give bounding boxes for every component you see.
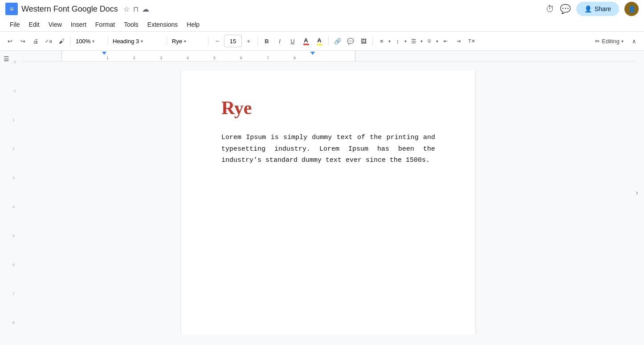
text-format-group: B I U (261, 35, 299, 47)
right-collapse-arrow[interactable]: › (636, 189, 638, 196)
align-group: ≡ ▾ (375, 35, 391, 47)
increase-font-size-button[interactable]: + (242, 35, 255, 47)
menu-help[interactable]: Help (182, 19, 204, 30)
avatar[interactable]: 👤 (624, 2, 639, 16)
ruler-right-tab-marker (310, 52, 315, 55)
font-value: Rye (172, 38, 182, 45)
side-ruler: -2 -1 1 2 3 4 5 6 7 8 (12, 51, 21, 334)
decrease-font-size-button[interactable]: − (211, 35, 224, 47)
menu-bar: File Edit View Insert Format Tools Exten… (0, 18, 644, 31)
chat-icon[interactable]: 💬 (560, 4, 571, 14)
menu-edit[interactable]: Edit (24, 19, 44, 30)
divider-5 (257, 37, 258, 45)
pencil-icon: ✏ (595, 38, 600, 45)
paragraph-style-value: Heading 3 (113, 38, 139, 45)
editing-chevron: ▾ (621, 39, 624, 44)
highlight-color-indicator: A (317, 37, 322, 45)
ruler-num-8: 8 (293, 56, 296, 60)
divider-3 (167, 37, 167, 45)
redo-button[interactable]: ↪ (16, 35, 29, 47)
increase-indent-button[interactable]: ⇥ (452, 35, 465, 47)
paint-format-button[interactable]: 🖌 (55, 35, 68, 47)
italic-button[interactable]: I (273, 35, 286, 47)
bullet-chevron[interactable]: ▾ (420, 39, 423, 44)
bold-button[interactable]: B (261, 35, 273, 47)
line-spacing-button[interactable]: ↕ (391, 35, 404, 47)
numbered-list-button[interactable]: ① (423, 35, 436, 47)
numbered-chevron[interactable]: ▾ (436, 39, 438, 44)
right-panel: › (635, 51, 644, 334)
align-button[interactable]: ≡ (375, 35, 388, 47)
ruler-mark-7: 7 (12, 292, 20, 320)
editing-mode-button[interactable]: ✏ Editing ▾ (591, 36, 627, 46)
outline-icon[interactable]: ☰ (4, 55, 9, 62)
font-select[interactable]: Rye ▾ (170, 34, 205, 48)
divider-6 (328, 37, 329, 45)
star-icon[interactable]: ☆ (123, 5, 130, 13)
ruler-mark-4: 4 (12, 205, 20, 234)
horizontal-ruler: 1 2 3 4 5 6 7 8 (21, 51, 635, 62)
ruler-num-6: 6 (240, 56, 242, 60)
font-size-input[interactable]: 15 (224, 35, 242, 47)
bullet-list-button[interactable]: ☰ (408, 35, 420, 47)
document-scroll-area[interactable]: Rye Lorem Ipsum is simply dummy text of … (21, 62, 635, 334)
document-page[interactable]: Rye Lorem Ipsum is simply dummy text of … (181, 70, 475, 334)
menu-view[interactable]: View (44, 19, 66, 30)
underline-button[interactable]: U (286, 35, 299, 47)
document-title[interactable]: Western Font Google Docs (21, 4, 118, 14)
folder-icon[interactable]: ⊓ (133, 5, 139, 13)
doc-column: 1 2 3 4 5 6 7 8 Rye Lorem Ipsum is simpl… (21, 51, 635, 334)
print-button[interactable]: 🖨 (29, 35, 42, 47)
ruler-num-2: 2 (133, 56, 135, 60)
paragraph-style-select[interactable]: Heading 3 ▾ (110, 34, 164, 48)
outline-panel: ☰ (0, 51, 12, 334)
spacing-chevron[interactable]: ▾ (404, 39, 407, 44)
ruler-mark-5: 5 (12, 234, 20, 263)
ruler-num-7: 7 (267, 56, 269, 60)
font-chevron: ▾ (184, 39, 186, 44)
title-icons: ☆ ⊓ ☁ (123, 5, 149, 13)
menu-format[interactable]: Format (91, 19, 119, 30)
ruler-num-1: 1 (106, 56, 109, 60)
insert-link-button[interactable]: 🔗 (331, 35, 344, 47)
list-group: ☰ ▾ ① ▾ (408, 35, 438, 47)
ruler-white-area: 1 2 3 4 5 6 7 8 (61, 51, 355, 61)
menu-file[interactable]: File (5, 19, 24, 30)
divider-2 (107, 37, 108, 45)
font-size-group: − 15 + (211, 35, 255, 47)
zoom-group: 100% ▾ (73, 34, 105, 48)
menu-tools[interactable]: Tools (119, 19, 143, 30)
highlight-bar (317, 44, 322, 45)
insert-image-button[interactable]: 🖼 (357, 35, 370, 47)
clear-format-button[interactable]: T✕ (465, 35, 478, 47)
undo-button[interactable]: ↩ (4, 35, 16, 47)
ruler-mark-6: 6 (12, 263, 20, 292)
spacing-group: ↕ ▾ (391, 35, 407, 47)
document-body[interactable]: Lorem Ipsum is simply dummy text of the … (221, 132, 435, 166)
toolbar: ↩ ↪ 🖨 ✓a 🖌 100% ▾ Heading 3 ▾ Rye ▾ − 15… (0, 31, 644, 51)
insert-comment-button[interactable]: 💬 (344, 35, 357, 47)
decrease-indent-button[interactable]: ⇤ (439, 35, 452, 47)
menu-insert[interactable]: Insert (66, 19, 91, 30)
divider-7 (372, 37, 373, 45)
menu-extensions[interactable]: Extensions (143, 19, 182, 30)
zoom-select[interactable]: 100% ▾ (73, 34, 105, 48)
document-heading[interactable]: Rye (221, 97, 435, 119)
share-button[interactable]: 👤 Share (576, 2, 619, 16)
docs-app-icon (5, 3, 18, 15)
divider-1 (70, 37, 71, 45)
align-chevron[interactable]: ▾ (388, 39, 391, 44)
share-label: Share (595, 5, 611, 12)
spell-check-button[interactable]: ✓a (42, 35, 55, 47)
ruler-mark-8: 8 (12, 320, 20, 334)
title-bar: Western Font Google Docs ☆ ⊓ ☁ ⏱ 💬 👤 Sha… (0, 0, 644, 18)
ruler-num-5: 5 (213, 56, 216, 60)
font-color-button[interactable]: A (300, 35, 312, 47)
highlight-letter: A (317, 37, 321, 44)
highlight-color-button[interactable]: A (313, 35, 326, 47)
cloud-icon[interactable]: ☁ (142, 5, 149, 13)
history-icon[interactable]: ⏱ (546, 4, 554, 14)
undo-redo-group: ↩ ↪ 🖨 ✓a 🖌 (4, 35, 68, 47)
toolbar-collapse-button[interactable]: ∧ (628, 35, 640, 47)
editing-label: Editing (602, 38, 620, 45)
